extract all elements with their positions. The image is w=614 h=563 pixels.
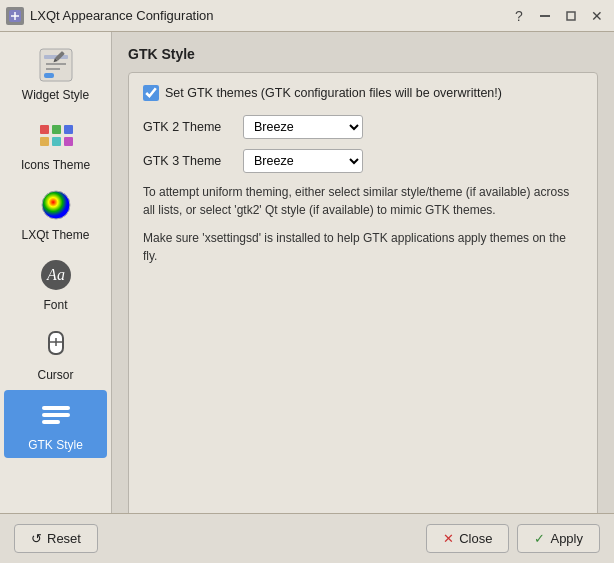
gtk2-theme-row: GTK 2 Theme Breeze Adwaita Default Clear…: [143, 115, 583, 139]
titlebar-controls: ? ✕: [508, 5, 608, 27]
apply-button[interactable]: ✓ Apply: [517, 524, 600, 553]
help-button[interactable]: ?: [508, 5, 530, 27]
reset-icon: ↺: [31, 531, 42, 546]
icons-theme-icon: [37, 116, 75, 154]
main-layout: Widget Style Icons Theme: [0, 32, 614, 563]
svg-rect-12: [40, 125, 49, 134]
bottom-bar: ↺ Reset ✕ Close ✓ Apply: [0, 513, 614, 563]
bottom-right-buttons: ✕ Close ✓ Apply: [426, 524, 600, 553]
window-title: LXQt Appearance Configuration: [30, 8, 214, 23]
svg-rect-24: [42, 406, 70, 410]
widget-style-icon: [37, 46, 75, 84]
apply-check-icon: ✓: [534, 531, 545, 546]
sidebar-item-widget-style[interactable]: Widget Style: [4, 40, 107, 108]
app-icon: [6, 7, 24, 25]
close-x-icon: ✕: [443, 531, 454, 546]
sidebar-item-lxqt-theme[interactable]: LXQt Theme: [4, 180, 107, 248]
svg-rect-9: [44, 73, 54, 78]
svg-text:Aa: Aa: [46, 266, 65, 283]
reset-button[interactable]: ↺ Reset: [14, 524, 98, 553]
bottom-left-buttons: ↺ Reset: [14, 524, 98, 553]
sidebar-item-icons-theme-label: Icons Theme: [21, 158, 90, 172]
svg-rect-25: [42, 413, 70, 417]
sidebar-item-gtk-style-label: GTK Style: [28, 438, 83, 452]
lxqt-theme-icon: [37, 186, 75, 224]
svg-rect-17: [64, 137, 73, 146]
section-title: GTK Style: [128, 46, 598, 62]
set-gtk-themes-label[interactable]: Set GTK themes (GTK configuration files …: [165, 86, 502, 100]
sidebar-item-lxqt-theme-label: LXQt Theme: [22, 228, 90, 242]
cursor-icon: [37, 326, 75, 364]
set-gtk-themes-row: Set GTK themes (GTK configuration files …: [143, 85, 583, 101]
svg-rect-13: [52, 125, 61, 134]
gtk3-theme-label: GTK 3 Theme: [143, 154, 233, 168]
gtk-style-icon: [37, 396, 75, 434]
maximize-button[interactable]: [560, 5, 582, 27]
svg-rect-4: [567, 12, 575, 20]
gtk3-theme-row: GTK 3 Theme Breeze Adwaita Default Clear…: [143, 149, 583, 173]
content-area: GTK Style Set GTK themes (GTK configurat…: [112, 32, 614, 563]
info-para-1: To attempt uniform theming, either selec…: [143, 183, 583, 219]
sidebar-item-gtk-style[interactable]: GTK Style: [4, 390, 107, 458]
svg-rect-16: [52, 137, 61, 146]
svg-point-18: [42, 191, 70, 219]
font-icon: Aa: [37, 256, 75, 294]
minimize-button[interactable]: [534, 5, 556, 27]
svg-rect-3: [540, 15, 550, 17]
titlebar-left: LXQt Appearance Configuration: [6, 7, 214, 25]
sidebar-item-icons-theme[interactable]: Icons Theme: [4, 110, 107, 178]
info-para-2: Make sure 'xsettingsd' is installed to h…: [143, 229, 583, 265]
sidebar-item-font[interactable]: Aa Font: [4, 250, 107, 318]
sidebar-item-cursor[interactable]: Cursor: [4, 320, 107, 388]
gtk2-theme-select[interactable]: Breeze Adwaita Default Clearlooks: [243, 115, 363, 139]
gtk-panel: Set GTK themes (GTK configuration files …: [128, 72, 598, 549]
svg-rect-14: [64, 125, 73, 134]
gtk3-theme-select[interactable]: Breeze Adwaita Default Clearlooks: [243, 149, 363, 173]
close-label: Close: [459, 531, 492, 546]
sidebar-item-font-label: Font: [43, 298, 67, 312]
sidebar-item-cursor-label: Cursor: [37, 368, 73, 382]
info-text: To attempt uniform theming, either selec…: [143, 183, 583, 265]
close-button[interactable]: ✕: [586, 5, 608, 27]
gtk2-theme-label: GTK 2 Theme: [143, 120, 233, 134]
reset-label: Reset: [47, 531, 81, 546]
set-gtk-themes-checkbox[interactable]: [143, 85, 159, 101]
apply-label: Apply: [550, 531, 583, 546]
svg-rect-26: [42, 420, 60, 424]
titlebar: LXQt Appearance Configuration ? ✕: [0, 0, 614, 32]
sidebar: Widget Style Icons Theme: [0, 32, 112, 563]
close-button[interactable]: ✕ Close: [426, 524, 509, 553]
svg-rect-15: [40, 137, 49, 146]
sidebar-item-widget-style-label: Widget Style: [22, 88, 89, 102]
